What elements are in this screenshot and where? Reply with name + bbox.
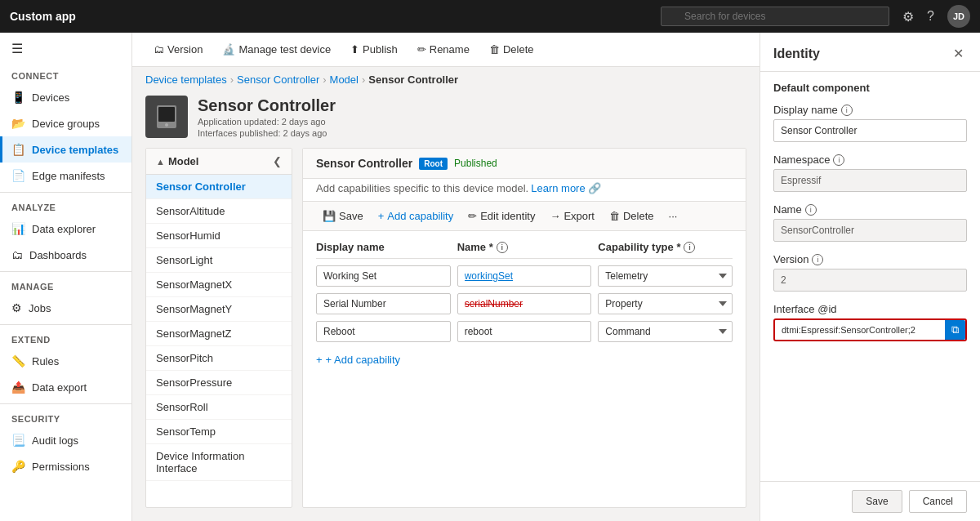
panel-more-button[interactable]: ··· [662,207,684,225]
avatar[interactable]: JD [947,5,970,28]
panel-header: Sensor Controller Root Published [303,149,746,179]
row2-capability-type[interactable]: Telemetry Property Command [598,321,733,342]
sidebar-item-dashboards[interactable]: 🗂 Dashboards [0,242,131,268]
sidebar-item-rules[interactable]: 📏 Rules [0,348,131,374]
interface-id-input[interactable] [775,320,945,340]
col-display-name: Display name [316,241,451,253]
panel-edit-identity-button[interactable]: ✏ Edit identity [461,207,541,225]
device-info: Sensor Controller Application updated: 2… [198,96,336,138]
col-name: Name * i [457,241,592,253]
breadcrumb-item-0[interactable]: Device templates [145,73,227,86]
sidebar-label-data-explorer: Data explorer [32,223,96,235]
panel-add-capability-button[interactable]: + Add capability [372,207,461,225]
rename-button[interactable]: ✏ Rename [409,39,478,60]
sidebar-item-data-export[interactable]: 📤 Data export [0,374,131,400]
sidebar-item-audit-logs[interactable]: 📃 Audit logs [0,427,131,453]
tree-item-11[interactable]: Device Information Interface [146,444,292,481]
tree-panel: ▲ Model ❮ Sensor Controller SensorAltitu… [145,148,292,508]
row0-display-name[interactable] [316,265,451,287]
row0-capability-type[interactable]: Telemetry Property Command [598,265,733,287]
sidebar-item-jobs[interactable]: ⚙ Jobs [0,295,131,321]
field-namespace-label: Namespace i [773,154,967,166]
panel-save-button[interactable]: 💾 Save [316,207,370,225]
sidebar-label-rules: Rules [32,355,59,367]
edit-icon: ✏ [468,210,477,222]
tree-item-3[interactable]: SensorLight [146,248,292,273]
svg-rect-2 [158,107,175,122]
tree-item-2[interactable]: SensorHumid [146,224,292,248]
device-templates-icon: 📋 [11,143,25,156]
identity-save-button[interactable]: Save [852,490,902,513]
export-label: Export [564,210,595,222]
panel-delete-label: Delete [623,210,654,222]
tree-item-8[interactable]: SensorPressure [146,371,292,395]
tree-item-7[interactable]: SensorPitch [146,346,292,371]
tree-header-text: Model [168,155,199,167]
manage-test-device-button[interactable]: 🔬 Manage test device [214,39,339,60]
field-version-label: Version i [773,253,967,265]
row1-display-name[interactable] [316,293,451,314]
devices-icon: 📱 [11,91,25,104]
section-security: Security [0,407,131,427]
version-button[interactable]: 🗂 Version [145,39,211,60]
sidebar-item-devices[interactable]: 📱 Devices [0,84,131,110]
device-header: Sensor Controller Application updated: 2… [132,89,760,148]
rename-label: Rename [430,43,470,56]
delete-button[interactable]: 🗑 Delete [481,39,542,60]
row2-display-name[interactable] [316,321,451,342]
tree-item-9[interactable]: SensorRoll [146,395,292,420]
col-name-info-icon: i [497,242,508,253]
tree-item-1[interactable]: SensorAltitude [146,199,292,224]
identity-close-button[interactable]: ✕ [950,44,967,63]
tree-item-6[interactable]: SensorMagnetZ [146,322,292,346]
tree-item-4[interactable]: SensorMagnetX [146,273,292,297]
sidebar-item-data-explorer[interactable]: 📊 Data explorer [0,216,131,242]
add-capability-bottom-button[interactable]: + + Add capability [316,349,400,371]
manage-test-device-label: Manage test device [238,43,331,56]
field-name-group: Name i [773,203,967,242]
publish-button[interactable]: ⬆ Publish [342,39,406,60]
save-label: Save [339,210,363,222]
sidebar-label-dashboards: Dashboards [29,249,87,261]
settings-icon[interactable]: ⚙ [902,9,914,24]
row2-name[interactable] [457,321,592,342]
breadcrumb-item-1[interactable]: Sensor Controller [237,73,319,86]
sidebar-item-edge-manifests[interactable]: 📄 Edge manifests [0,163,131,189]
divider-1 [0,192,131,193]
col-capability-type: Capability type * i [598,241,733,253]
tree-chevron-icon[interactable]: ❮ [273,155,282,167]
section-extend: Extend [0,328,131,348]
field-interface-id-label: Interface @id [773,303,967,315]
permissions-icon: 🔑 [11,460,25,473]
tree-items: Sensor Controller SensorAltitude SensorH… [146,175,292,507]
identity-cancel-button[interactable]: Cancel [909,490,967,513]
tree-item-10[interactable]: SensorTemp [146,420,292,444]
section-manage: Manage [0,275,131,295]
sidebar-item-permissions[interactable]: 🔑 Permissions [0,453,131,479]
identity-title: Identity [773,47,820,61]
sidebar-item-device-groups[interactable]: 📂 Device groups [0,110,131,136]
panel-delete-button[interactable]: 🗑 Delete [603,207,661,225]
sidebar-item-device-templates[interactable]: 📋 Device templates [0,136,131,163]
search-input[interactable] [661,7,889,26]
panel-export-button[interactable]: → Export [543,207,601,225]
row1-name[interactable] [457,293,592,314]
breadcrumb-item-2[interactable]: Model [330,73,359,86]
help-icon[interactable]: ? [927,9,934,24]
hamburger-icon[interactable]: ☰ [0,33,131,65]
learn-more-link[interactable]: Learn more [531,182,585,194]
device-name: Sensor Controller [198,96,336,115]
device-avatar [145,96,188,138]
display-name-input[interactable] [773,119,967,142]
tree-collapse-icon[interactable]: ▲ [156,157,165,167]
data-explorer-icon: 📊 [11,222,25,235]
display-name-info-icon: i [841,105,853,116]
name-input [773,219,967,242]
tree-item-0[interactable]: Sensor Controller [146,175,292,199]
row0-name[interactable] [457,265,592,287]
tree-item-5[interactable]: SensorMagnetY [146,297,292,322]
row1-capability-type[interactable]: Telemetry Property Command [598,293,733,314]
breadcrumb-sep-2: › [362,73,365,86]
copy-interface-id-button[interactable]: ⧉ [945,320,965,340]
save-icon: 💾 [323,210,336,222]
